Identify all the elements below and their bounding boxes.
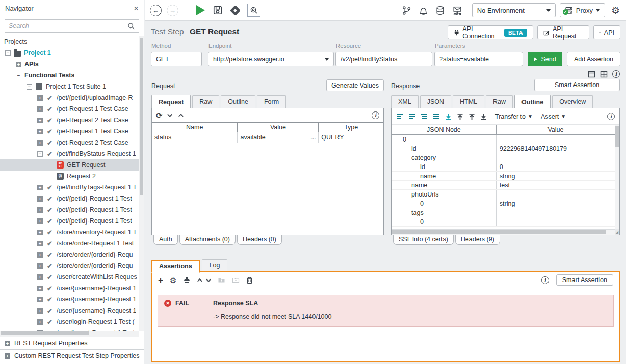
response-view-tab[interactable]: XML (391, 95, 419, 108)
request-bottom-tab[interactable]: Attachments (0) (179, 235, 236, 245)
stamp-icon[interactable] (183, 276, 191, 284)
scrollbar-corner-icon[interactable]: ◢ (615, 229, 619, 235)
param-type-cell[interactable]: QUERY (319, 132, 383, 143)
back-icon[interactable]: ← (150, 5, 162, 16)
tree-item[interactable]: + /pet/findByTags-Request 1 T (0, 182, 139, 193)
run-icon[interactable] (196, 5, 205, 15)
expander-icon[interactable]: + (37, 241, 43, 246)
expander-icon[interactable]: − (27, 84, 32, 90)
expander-icon[interactable]: + (37, 140, 43, 146)
tree-item[interactable]: + /store/order/{orderId}-Requ (0, 260, 139, 271)
resource-field[interactable]: /v2/pet/findByStatus (335, 52, 432, 66)
json-node-value[interactable]: test (497, 182, 615, 189)
json-tree-row[interactable]: − photoUrls (392, 190, 615, 199)
tree-item[interactable]: + /store/inventory-Request 1 T (0, 227, 139, 238)
tree-item[interactable]: + /user/login-Request 1 Test ( (0, 316, 139, 327)
response-bottom-tab[interactable]: Headers (9) (455, 235, 500, 245)
settings-gear-icon[interactable]: ⚙ (611, 6, 620, 15)
scroll-top-icon[interactable] (457, 113, 463, 120)
chevron-down-icon[interactable] (167, 112, 172, 117)
param-name-cell[interactable]: status (152, 132, 238, 143)
column-header-json-node[interactable]: JSON Node (392, 125, 497, 134)
close-icon[interactable]: × (134, 4, 139, 13)
expander-icon[interactable]: + (37, 252, 43, 258)
delete-trash-icon[interactable] (246, 276, 253, 284)
json-node-cell[interactable]: − tags (392, 208, 497, 217)
tree-item[interactable]: + /pet-Request 1 Test Case (0, 126, 139, 137)
group-remove-icon[interactable] (232, 277, 240, 283)
tree-item[interactable]: + /pet/{petId}/uploadImage-R (0, 92, 139, 103)
json-tree-row[interactable]: − category (392, 153, 615, 162)
json-node-cell[interactable]: − 0 (392, 217, 497, 226)
json-tree-row[interactable]: name test (392, 181, 615, 190)
expander-icon[interactable]: + (37, 207, 43, 213)
expander-icon[interactable]: + (37, 218, 43, 224)
json-node-value[interactable]: 9222968140497180179 (497, 145, 615, 152)
request-view-tab[interactable]: Outline (221, 95, 255, 108)
tree-item[interactable]: + /pet/{petId}-Request 1 Test (0, 215, 139, 227)
proxy-button[interactable]: ✓ Proxy (560, 3, 605, 17)
tree-item[interactable]: + /user/logout-Request 1 Test (0, 327, 139, 331)
send-button[interactable]: Send (528, 52, 562, 66)
expander-icon[interactable]: − (5, 50, 11, 56)
info-icon[interactable]: i (372, 111, 379, 119)
smart-assertion-button[interactable]: Smart Assertion (556, 274, 613, 286)
expander-icon[interactable]: + (37, 95, 43, 101)
request-view-tab[interactable]: Form (257, 95, 286, 108)
api-button[interactable]: API (593, 25, 620, 39)
tree-item[interactable]: + /pet-Request 2 Test Case (0, 137, 139, 148)
generate-values-button[interactable]: Generate Values (326, 79, 384, 91)
response-view-tab[interactable]: JSON (420, 95, 451, 108)
smart-assertion-button[interactable]: Smart Assertion (534, 79, 620, 91)
response-view-tab[interactable]: Outline (514, 95, 551, 108)
response-bottom-tab[interactable]: SSL Info (4 certs) (393, 235, 454, 245)
tree-item[interactable]: + /pet-Request 1 Test Case (0, 103, 139, 115)
json-tree-row[interactable]: − 0 (392, 135, 615, 144)
response-view-tab[interactable]: Raw (486, 95, 513, 108)
json-node-cell[interactable]: name (392, 172, 497, 180)
info-icon[interactable]: i (612, 70, 620, 78)
tree-item[interactable]: + /user/{username}-Request 1 (0, 283, 139, 294)
expander-icon[interactable]: + (37, 274, 43, 280)
tree-item[interactable]: − Functional Tests (0, 70, 139, 81)
expand-plus-icon[interactable]: + (5, 341, 10, 346)
api-connection-button[interactable]: API Connection BETA (448, 25, 533, 39)
expander-icon[interactable]: + (37, 286, 43, 291)
json-node-value[interactable]: string (497, 200, 615, 207)
request-bottom-tab[interactable]: Auth (153, 235, 178, 245)
move-up-icon[interactable] (197, 278, 202, 283)
param-value-cell[interactable]: available ... (238, 132, 319, 143)
endpoint-select[interactable]: http://petstore.swagger.io (208, 52, 334, 66)
json-node-cell[interactable]: name (392, 181, 497, 189)
info-icon[interactable]: i (541, 276, 549, 284)
request-bottom-tab[interactable]: Headers (0) (237, 235, 282, 245)
json-tree-row[interactable]: − tags (392, 208, 615, 217)
tree-item[interactable]: + /user/createWithList-Reques (0, 271, 139, 283)
tree-item[interactable]: Request 2 (0, 171, 139, 182)
collapse-level-icon[interactable] (433, 113, 440, 120)
environment-select[interactable]: No Environment (472, 3, 556, 17)
expander-icon[interactable]: + (37, 106, 43, 112)
column-header-value[interactable]: Value (238, 123, 319, 132)
navigator-horizontal-scrollbar[interactable] (0, 331, 139, 337)
properties-section-header[interactable]: + Custom REST Request Test Step Properti… (0, 349, 144, 362)
tree-item[interactable]: − Project 1 (0, 47, 139, 59)
assertion-settings-gear-icon[interactable]: ⚙ (170, 276, 176, 284)
tree-item[interactable]: + /pet/{petId}-Request 1 Test (0, 204, 139, 215)
scroll-bottom-icon[interactable] (445, 113, 452, 120)
tree-item[interactable]: GET Request (0, 159, 139, 171)
expander-icon[interactable]: − (16, 73, 21, 78)
tree-item[interactable]: + /pet/{petId}-Request 1 Test (0, 193, 139, 204)
json-node-cell[interactable]: id (392, 144, 497, 153)
expander-icon[interactable]: + (37, 263, 43, 269)
tree-item[interactable]: + APIs (0, 59, 139, 70)
expander-icon[interactable]: + (37, 319, 43, 325)
notifications-bell-icon[interactable] (419, 6, 428, 15)
expander-icon[interactable]: + (37, 185, 43, 190)
json-node-cell[interactable]: − category (392, 153, 497, 162)
collapse-all-icon[interactable] (408, 113, 415, 120)
json-node-cell[interactable]: 0 (392, 199, 497, 208)
transfer-to-dropdown[interactable]: Transfer to▼ (495, 113, 533, 120)
float-window-icon[interactable] (588, 71, 595, 78)
json-tree-row[interactable]: − 0 (392, 217, 615, 227)
